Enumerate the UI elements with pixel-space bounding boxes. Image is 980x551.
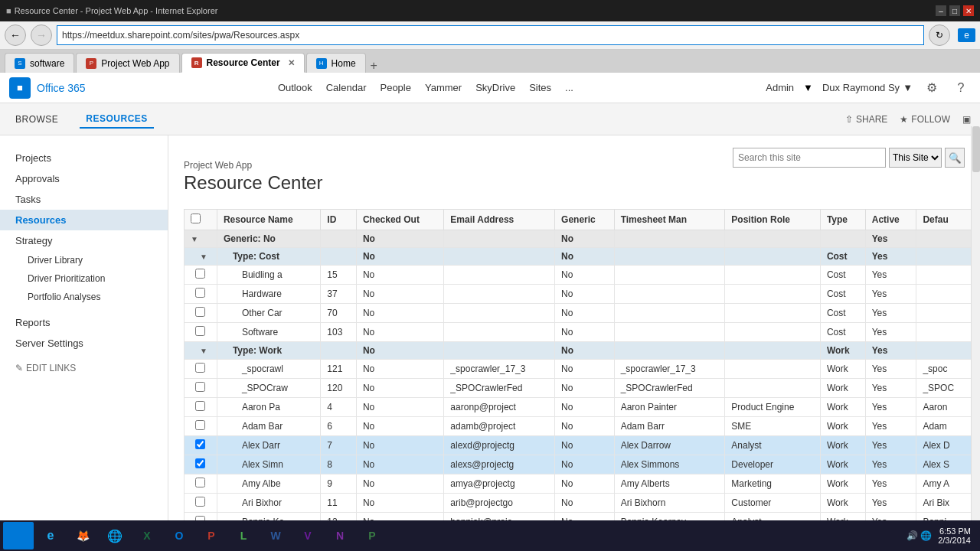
sidebar-item-tasks[interactable]: Tasks [0, 189, 168, 210]
search-scope-dropdown[interactable]: This Site [889, 148, 942, 168]
nav-more[interactable]: ... [565, 82, 573, 93]
table-row[interactable]: Buidling a 15 No No Cost Yes [185, 266, 972, 285]
user-menu[interactable]: Dux Raymond Sy ▼ [822, 82, 913, 93]
nav-yammer[interactable]: Yammer [425, 82, 462, 93]
sidebar-item-resources[interactable]: Resources [0, 210, 168, 230]
taskbar-word[interactable]: W [260, 522, 291, 549]
admin-dropdown-icon[interactable]: ▼ [803, 82, 813, 93]
table-row[interactable]: Ari Bixhor 11 No arib@projectgo No Ari B… [185, 494, 972, 513]
row-checkbox[interactable] [195, 478, 205, 487]
sidebar-subitem-driver-prioritization[interactable]: Driver Prioritization [0, 269, 168, 288]
group-cost-expand[interactable]: ▼ [185, 248, 217, 266]
table-row[interactable]: Amy Albe 9 No amya@projectg No Amy Alber… [185, 474, 972, 494]
cell-checked-out: No [356, 360, 443, 379]
cell-ts-man: Ari Bixhorn [614, 494, 725, 513]
row-checkbox[interactable] [195, 307, 205, 317]
search-input[interactable] [733, 148, 886, 168]
cell-ts-man: Alex Darrow [614, 436, 725, 455]
close-button[interactable]: ✕ [963, 5, 974, 16]
titlebar-title: Resource Center - Project Web App - Inte… [15, 6, 218, 15]
taskbar-ppt[interactable]: P [196, 522, 227, 549]
row-checkbox[interactable] [195, 363, 205, 373]
scrollbar-thumb[interactable] [972, 126, 980, 172]
resources-button[interactable]: RESOURCES [80, 110, 154, 129]
tab-home[interactable]: H Home [306, 53, 366, 73]
nav-sites[interactable]: Sites [529, 82, 551, 93]
page-header: Project Web App Resource Center This Sit… [168, 135, 980, 209]
taskbar-chrome[interactable]: 🌐 [100, 522, 130, 549]
scrollbar-track[interactable] [971, 126, 980, 520]
refresh-button[interactable]: ↻ [929, 24, 950, 46]
follow-button[interactable]: ★ FOLLOW [900, 114, 950, 125]
row-checkbox[interactable] [195, 439, 205, 449]
admin-link[interactable]: Admin [766, 82, 794, 93]
row-checkbox[interactable] [195, 497, 205, 507]
nav-skydrive[interactable]: SkyDrive [475, 82, 515, 93]
sidebar-item-approvals[interactable]: Approvals [0, 168, 168, 189]
sidebar-item-server-settings[interactable]: Server Settings [0, 333, 168, 354]
browse-button[interactable]: BROWSE [9, 111, 64, 128]
maximize-button[interactable]: □ [949, 5, 960, 16]
nav-outlook[interactable]: Outlook [278, 82, 312, 93]
table-row-alex-darrow[interactable]: Alex Darr 7 No alexd@projectg No Alex Da… [185, 436, 972, 455]
cell-id: 37 [321, 285, 357, 304]
table-row[interactable]: Aaron Pa 4 No aaronp@project No Aaron Pa… [185, 398, 972, 417]
tab-project-web-app[interactable]: P Project Web App [76, 53, 179, 73]
taskbar-visio[interactable]: V [292, 522, 323, 549]
cell-resource-name: Hardware [217, 285, 320, 304]
tab-rc-close[interactable]: ✕ [288, 58, 295, 68]
row-checkbox[interactable] [195, 458, 205, 468]
share-button[interactable]: ⇧ SHARE [845, 114, 887, 125]
nav-people[interactable]: People [380, 82, 410, 93]
taskbar-project[interactable]: P [357, 522, 387, 549]
table-row[interactable]: _SPOCraw 120 No _SPOCrawlerFed No _SPOCr… [185, 379, 972, 398]
table-row[interactable]: _spocrawl 121 No _spocrawler_17_3 No _sp… [185, 360, 972, 379]
settings-button[interactable]: ⚙ [922, 78, 942, 98]
table-row[interactable]: Software 103 No No Cost Yes [185, 323, 972, 342]
address-bar[interactable]: https://meetdux.sharepoint.com/sites/pwa… [57, 25, 924, 45]
ie-icon[interactable]: e [958, 28, 975, 42]
sidebar-item-strategy[interactable]: Strategy [0, 230, 168, 251]
new-tab-button[interactable]: + [371, 59, 377, 73]
table-row[interactable]: Hardware 37 No No Cost Yes [185, 285, 972, 304]
row-checkbox[interactable] [195, 288, 205, 298]
cell-pos-role [725, 379, 821, 398]
group-generic-expand[interactable]: ▼ [185, 230, 217, 248]
row-checkbox[interactable] [195, 420, 205, 430]
edit-links-button[interactable]: ✎ EDIT LINKS [0, 354, 168, 383]
cell-email [444, 285, 555, 304]
start-button[interactable] [3, 522, 34, 549]
row-checkbox[interactable] [195, 382, 205, 392]
row-checkbox[interactable] [195, 269, 205, 279]
taskbar-edge[interactable]: 🦊 [67, 522, 98, 549]
focus-button[interactable]: ▣ [962, 114, 971, 125]
row-checkbox[interactable] [195, 401, 205, 411]
tab-resource-center[interactable]: R Resource Center ✕ [181, 53, 305, 73]
cell-resource-name: Buidling a [217, 266, 320, 285]
tab-software[interactable]: S software [5, 53, 74, 73]
search-button[interactable]: 🔍 [945, 148, 965, 168]
taskbar-outlook[interactable]: O [164, 522, 194, 549]
cell-type: Work [820, 398, 865, 417]
back-button[interactable]: ← [5, 24, 26, 46]
taskbar-excel[interactable]: X [132, 522, 162, 549]
col-select-all[interactable] [185, 210, 217, 230]
group-work-expand[interactable]: ▼ [185, 342, 217, 360]
taskbar-lync[interactable]: L [228, 522, 259, 549]
minimize-button[interactable]: – [936, 5, 946, 16]
select-all-checkbox[interactable] [191, 214, 201, 223]
taskbar-ie[interactable]: e [35, 522, 66, 549]
taskbar-onenote[interactable]: N [325, 522, 355, 549]
table-row-alex-simmons[interactable]: Alex Simn 8 No alexs@projectg No Alex Si… [185, 455, 972, 474]
sidebar-subitem-portfolio-analyses[interactable]: Portfolio Analyses [0, 288, 168, 306]
table-row[interactable]: Adam Bar 6 No adamb@project No Adam Barr… [185, 417, 972, 436]
sidebar-subitem-driver-library[interactable]: Driver Library [0, 251, 168, 269]
forward-button[interactable]: → [31, 24, 52, 46]
sidebar-item-reports[interactable]: Reports [0, 312, 168, 333]
nav-calendar[interactable]: Calendar [326, 82, 367, 93]
help-button[interactable]: ? [951, 78, 971, 98]
sidebar-item-projects[interactable]: Projects [0, 148, 168, 168]
row-checkbox[interactable] [195, 326, 205, 336]
table-row[interactable]: Other Car 70 No No Cost Yes [185, 304, 972, 323]
cell-pos-role: Customer [725, 494, 821, 513]
